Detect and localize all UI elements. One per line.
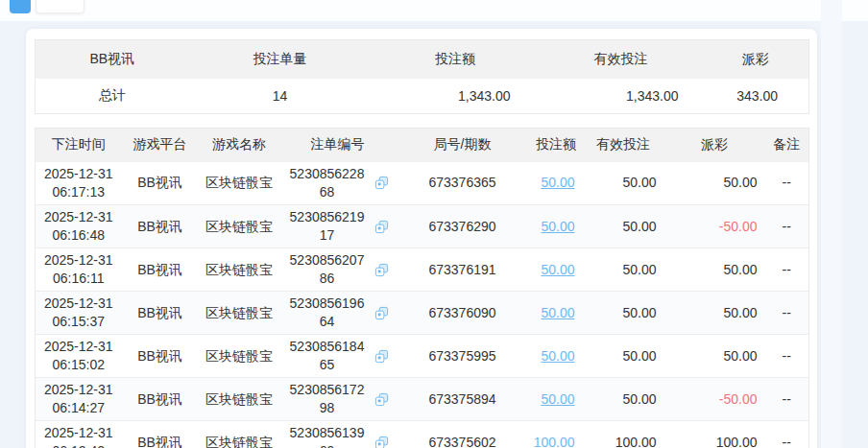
copy-icon[interactable]	[374, 349, 389, 364]
bet-game-name: 区块链骰宝	[199, 335, 280, 378]
summary-header-platform: BB视讯	[36, 40, 189, 79]
records-card: BB视讯 投注单量 投注额 有效投注 派彩 总计 14 1,343.00 1,3…	[26, 29, 817, 448]
payout: 50.00	[664, 292, 765, 335]
bet-amount-cell: 50.00	[530, 162, 583, 205]
round-number: 673376191	[396, 248, 530, 292]
bet-game-name: 区块链骰宝	[199, 292, 280, 335]
bet-amount-link[interactable]: 100.00	[534, 435, 575, 448]
payout: -50.00	[664, 378, 765, 421]
valid-bet: 50.00	[583, 335, 664, 378]
bet-game-name: 区块链骰宝	[199, 248, 280, 292]
bet-time: 2025-12-31 06:12:42	[36, 421, 122, 448]
bet-amount-cell: 50.00	[530, 378, 583, 421]
summary-header-count: 投注单量	[189, 40, 372, 79]
bet-amount-cell: 50.00	[530, 292, 583, 335]
bet-amount-link[interactable]: 50.00	[541, 262, 574, 277]
bet-platform: BB视讯	[122, 378, 199, 421]
bet-number-cell: 523085620786	[280, 248, 396, 292]
scrollbar-track[interactable]	[821, 0, 842, 448]
bet-platform: BB视讯	[122, 248, 199, 292]
copy-icon[interactable]	[374, 263, 389, 277]
bet-row: 2025-12-31 06:17:13 BB视讯 区块链骰宝 523085622…	[36, 162, 809, 205]
bet-number: 523085617298	[287, 381, 368, 417]
bet-platform: BB视讯	[122, 162, 199, 205]
valid-bet: 50.00	[583, 378, 664, 421]
bet-time: 2025-12-31 06:17:13	[36, 162, 122, 205]
bet-game-name: 区块链骰宝	[199, 205, 280, 248]
round-number: 673375995	[396, 335, 530, 378]
bet-number-cell: 523085621917	[280, 205, 396, 248]
bet-number: 523085620786	[287, 251, 368, 288]
tab-bar	[0, 0, 868, 21]
payout: 50.00	[664, 248, 765, 292]
summary-header-valid: 有效投注	[540, 40, 703, 79]
bet-platform: BB视讯	[122, 421, 199, 448]
summary-header-bet: 投注额	[372, 40, 540, 79]
bet-platform: BB视讯	[122, 205, 199, 248]
remark: --	[765, 421, 809, 448]
summary-header-row: BB视讯 投注单量 投注额 有效投注 派彩	[36, 40, 809, 79]
remark: --	[765, 378, 809, 421]
bet-number-cell: 523085613969	[280, 421, 396, 448]
bet-time: 2025-12-31 06:14:27	[36, 378, 122, 421]
bet-time: 2025-12-31 06:16:11	[36, 248, 122, 292]
valid-bet: 50.00	[583, 248, 664, 292]
bet-amount-link[interactable]: 50.00	[541, 348, 574, 364]
bet-number: 523085619664	[287, 295, 368, 331]
tab-active[interactable]	[10, 0, 31, 13]
valid-bet: 50.00	[583, 292, 664, 335]
remark: --	[765, 162, 809, 205]
copy-icon[interactable]	[374, 392, 389, 407]
round-number: 673376090	[396, 292, 530, 335]
summary-total-label: 总计	[36, 79, 189, 114]
remark: --	[765, 292, 809, 335]
header-platform: 游戏平台	[122, 129, 199, 162]
bet-number: 523085618465	[287, 338, 368, 374]
header-round-number: 局号/期数	[396, 129, 530, 162]
payout: 100.00	[664, 421, 765, 448]
payout: -50.00	[664, 205, 765, 248]
copy-icon[interactable]	[374, 306, 389, 320]
valid-bet: 50.00	[583, 162, 664, 205]
bet-number: 523085622868	[287, 165, 368, 201]
bet-time: 2025-12-31 06:15:37	[36, 292, 122, 335]
round-number: 673375894	[396, 378, 530, 421]
round-number: 673376290	[396, 205, 530, 248]
bet-row: 2025-12-31 06:14:27 BB视讯 区块链骰宝 523085617…	[36, 378, 809, 421]
header-valid-bet: 有效投注	[583, 129, 664, 162]
tab-inactive[interactable]	[36, 0, 84, 13]
copy-icon[interactable]	[374, 176, 389, 190]
bet-amount-link[interactable]: 50.00	[541, 305, 574, 320]
bets-table: 下注时间 游戏平台 游戏名称 注单编号 局号/期数 投注额 有效投注 派彩 备注…	[35, 128, 809, 448]
header-bet-number: 注单编号	[280, 129, 396, 162]
bet-platform: BB视讯	[122, 335, 199, 378]
bet-game-name: 区块链骰宝	[199, 162, 280, 205]
header-bet-time: 下注时间	[36, 129, 122, 162]
bet-row: 2025-12-31 06:15:02 BB视讯 区块链骰宝 523085618…	[36, 335, 809, 378]
payout: 50.00	[664, 335, 765, 378]
copy-icon[interactable]	[374, 220, 389, 234]
copy-icon[interactable]	[374, 436, 389, 448]
bet-row: 2025-12-31 06:16:11 BB视讯 区块链骰宝 523085620…	[36, 248, 809, 292]
bet-platform: BB视讯	[122, 292, 199, 335]
bet-amount-link[interactable]: 50.00	[541, 219, 574, 234]
bet-number: 523085613969	[287, 424, 368, 448]
bet-amount-link[interactable]: 50.00	[541, 175, 574, 190]
bet-number-cell: 523085622868	[280, 162, 396, 205]
bet-game-name: 区块链骰宝	[199, 378, 280, 421]
remark: --	[765, 335, 809, 378]
bet-number-cell: 523085619664	[280, 292, 396, 335]
header-game-name: 游戏名称	[199, 129, 280, 162]
summary-total-bet: 1,343.00	[372, 79, 540, 114]
header-remark: 备注	[765, 129, 809, 162]
bet-amount-cell: 50.00	[530, 248, 583, 292]
summary-total-count: 14	[189, 79, 372, 114]
summary-table: BB视讯 投注单量 投注额 有效投注 派彩 总计 14 1,343.00 1,3…	[35, 39, 809, 114]
bet-time: 2025-12-31 06:15:02	[36, 335, 122, 378]
bet-amount-link[interactable]: 50.00	[541, 391, 574, 407]
round-number: 673375602	[396, 421, 530, 448]
round-number: 673376365	[396, 162, 530, 205]
bet-number-cell: 523085618465	[280, 335, 396, 378]
remark: --	[765, 248, 809, 292]
summary-total-row: 总计 14 1,343.00 1,343.00 343.00	[36, 79, 809, 114]
